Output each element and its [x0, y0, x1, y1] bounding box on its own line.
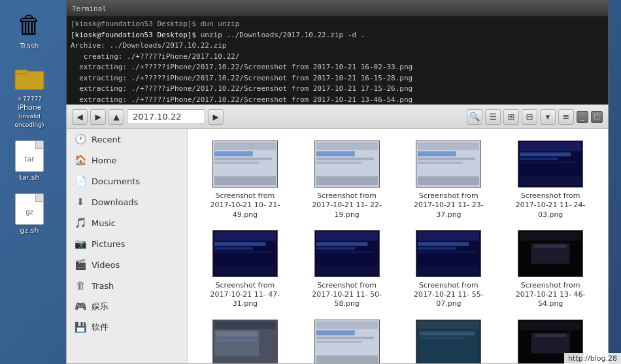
terminal-line-1: [kiosk@foundation53 Desktop]$ dun unzip	[71, 19, 604, 30]
zoom-button[interactable]: ⊟	[522, 109, 537, 125]
file-item-f2[interactable]: Screenshot from 2017-10-21 11- 22-19.png	[296, 135, 398, 225]
svg-rect-33	[316, 232, 378, 241]
minimize-button[interactable]: _	[577, 111, 588, 123]
dropdown-button[interactable]: ▾	[540, 109, 556, 125]
desktop-icon-trash[interactable]: 🗑 Trash	[3, 7, 56, 53]
terminal-line-5: extracting: ./+?????iPhone/2017.10.22/Sc…	[71, 62, 604, 73]
sidebar-item-downloads[interactable]: ⬇ Downloads	[67, 191, 187, 212]
svg-rect-55	[316, 330, 355, 335]
svg-rect-49	[214, 321, 276, 329]
file-name-f5: Screenshot from 2017-10-21 11- 47-31.png	[206, 281, 284, 309]
maximize-button[interactable]: □	[591, 111, 603, 123]
sidebar-item-videos[interactable]: 🎬 Videos	[67, 254, 187, 275]
file-item-f6[interactable]: Screenshot from 2017-10-21 11- 50-58.png	[296, 225, 398, 314]
entertainment-icon: 🎮	[75, 301, 86, 312]
back-button[interactable]: ◀	[72, 109, 88, 125]
file-manager-window: ◀ ▶ ▲ 2017.10.22 ▶ 🔍 ☰ ⊞ ⊟ ▾ ≡ _ □ 🕐	[66, 105, 609, 364]
terminal-line-8: extracting: ./+?????iPhone/2017.10.22/Sc…	[71, 95, 604, 105]
sidebar-label-software: 软件	[92, 322, 109, 333]
svg-rect-34	[316, 242, 367, 246]
file-thumbnail-f8	[518, 230, 583, 277]
svg-rect-43	[418, 266, 479, 275]
file-thumbnail-f9	[212, 320, 278, 363]
videos-icon: 🎬	[75, 259, 86, 271]
file-item-f8[interactable]: Screenshot from 2017-10-21 13- 46-54.png	[499, 225, 601, 314]
svg-rect-7	[214, 176, 276, 186]
svg-rect-65	[520, 321, 581, 330]
sidebar-item-entertainment[interactable]: 🎮 娱乐	[67, 296, 187, 317]
sidebar-item-music[interactable]: 🎵 Music	[67, 212, 187, 233]
file-item-f11[interactable]: Screenshot from 2017-10-21 16- 03-56.png	[398, 314, 500, 363]
svg-rect-56	[316, 337, 374, 339]
terminal-line-7: extracting: ./+?????iPhone/2017.10.22/Sc…	[71, 84, 604, 95]
file-thumbnail-f10	[314, 320, 380, 363]
music-icon: 🎵	[75, 217, 86, 229]
svg-rect-63	[420, 337, 465, 339]
terminal-line-3: Archive: ../Downloads/2017.10.22.zip	[71, 41, 604, 52]
gz-label: gz.sh	[20, 226, 39, 235]
path-forward-btn[interactable]: ▶	[208, 109, 224, 125]
svg-rect-35	[316, 247, 355, 250]
svg-rect-17	[418, 157, 475, 160]
list-view-button[interactable]: ☰	[485, 109, 501, 125]
search-button[interactable]: 🔍	[467, 109, 482, 125]
grid-view-button[interactable]: ⊞	[503, 109, 519, 125]
svg-rect-1	[15, 70, 28, 74]
sidebar-item-home[interactable]: 🏠 Home	[67, 150, 187, 171]
svg-rect-31	[214, 266, 276, 275]
svg-rect-21	[520, 142, 581, 152]
menu-button[interactable]: ≡	[558, 109, 574, 125]
software-icon: 💾	[75, 322, 86, 333]
svg-rect-15	[418, 142, 479, 150]
pictures-icon: 📷	[75, 238, 86, 250]
documents-icon: 📄	[75, 175, 86, 187]
file-item-f10[interactable]: Screenshot from 2017-10-21 16- 02-33.png	[296, 314, 398, 363]
file-item-f5[interactable]: Screenshot from 2017-10-21 11- 47-31.png	[194, 225, 296, 314]
file-thumbnail-f3	[416, 141, 481, 188]
folder-iphone-label: +?????iPhone (invalid encoding)	[6, 95, 53, 129]
file-item-f7[interactable]: Screenshot from 2017-10-21 11- 55-07.png	[398, 225, 500, 314]
tar-file-icon: tar	[14, 141, 45, 172]
desktop: 🗑 Trash +?????iPhone (invalid encoding)	[0, 0, 621, 364]
svg-rect-22	[520, 152, 571, 156]
terminal-content: [kiosk@foundation53 Desktop]$ dun unzip …	[67, 16, 608, 104]
desktop-icon-tar[interactable]: tar tar.sh	[3, 138, 56, 184]
svg-rect-13	[316, 176, 378, 186]
sidebar-label-entertainment: 娱乐	[92, 301, 109, 312]
sidebar-label-trash: Trash	[92, 281, 114, 291]
sidebar-item-recent[interactable]: 🕐 Recent	[67, 129, 187, 150]
file-thumbnail-f5	[212, 230, 278, 277]
sidebar-item-documents[interactable]: 📄 Documents	[67, 171, 187, 191]
svg-rect-52	[216, 338, 258, 342]
fm-sidebar: 🕐 Recent 🏠 Home 📄 Documents ⬇ Downloads …	[67, 129, 188, 363]
file-name-f1: Screenshot from 2017-10-21 10- 21-49.png	[206, 191, 284, 220]
file-name-f7: Screenshot from 2017-10-21 11- 55-07.png	[409, 281, 488, 309]
desktop-icon-gz[interactable]: gz gz.sh	[3, 191, 56, 237]
file-name-f6: Screenshot from 2017-10-21 11- 50-58.png	[308, 281, 386, 309]
svg-rect-30	[214, 251, 272, 253]
toolbar-right: 🔍 ☰ ⊞ ⊟ ▾ ≡ _ □	[467, 109, 603, 125]
svg-rect-16	[418, 151, 456, 156]
svg-rect-19	[418, 176, 479, 186]
forward-button[interactable]: ▶	[90, 109, 106, 125]
file-item-f1[interactable]: Screenshot from 2017-10-21 10- 21-49.png	[194, 135, 296, 225]
file-thumbnail-f6	[314, 230, 380, 277]
svg-rect-37	[316, 266, 378, 275]
up-button[interactable]: ▲	[109, 109, 124, 125]
sidebar-item-pictures[interactable]: 📷 Pictures	[67, 233, 187, 254]
svg-rect-11	[316, 157, 374, 160]
path-bar[interactable]: 2017.10.22	[127, 109, 205, 124]
sidebar-item-trash[interactable]: 🗑 Trash	[67, 275, 187, 296]
file-item-f9[interactable]: Screenshot from 2017-10-21 13- 56-40.png	[194, 314, 296, 363]
file-item-f3[interactable]: Screenshot from 2017-10-21 11- 23-37.png	[398, 135, 500, 225]
fm-file-grid: Screenshot from 2017-10-21 10- 21-49.png…	[188, 129, 608, 363]
svg-rect-24	[520, 161, 577, 163]
sidebar-item-software[interactable]: 💾 软件	[67, 317, 187, 338]
svg-rect-57	[316, 340, 361, 343]
trash-label: Trash	[20, 42, 39, 50]
desktop-icon-folder-iphone[interactable]: +?????iPhone (invalid encoding)	[3, 59, 56, 131]
file-item-f4[interactable]: Screenshot from 2017-10-21 11- 24-03.png	[499, 135, 601, 225]
file-thumbnail-f7	[416, 230, 481, 277]
svg-rect-51	[216, 331, 258, 337]
svg-rect-28	[214, 242, 265, 246]
